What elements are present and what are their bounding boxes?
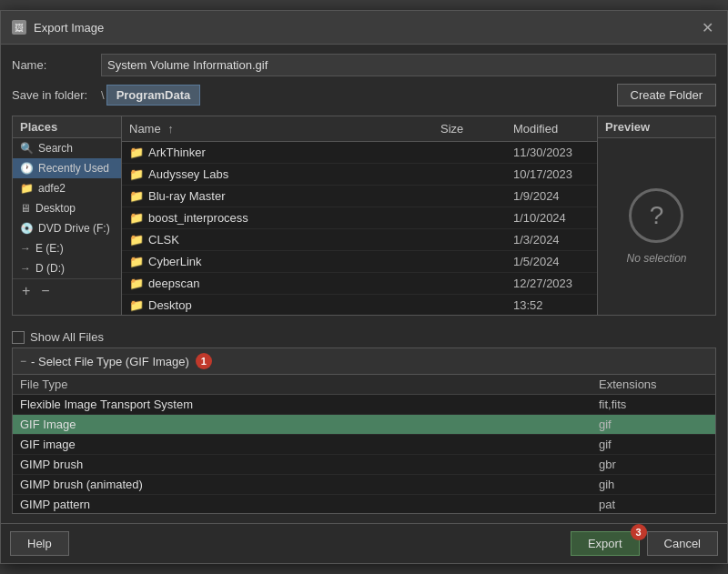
file-type-row[interactable]: GIMP brush gbr bbox=[13, 455, 715, 475]
files-panel: Name ↑ Size Modified 📁 ArkThinker 11/30/… bbox=[122, 116, 597, 315]
file-type-name: Flexible Image Transport System bbox=[20, 398, 599, 411]
title-bar-left: 🖼 Export Image bbox=[12, 20, 104, 35]
file-modified-cell: 1/9/2024 bbox=[506, 187, 597, 205]
close-button[interactable]: ✕ bbox=[698, 18, 716, 36]
file-type-row[interactable]: GIF Image gif bbox=[13, 415, 715, 435]
file-type-header[interactable]: − - Select File Type (GIF Image) 1 bbox=[13, 348, 715, 375]
file-type-row[interactable]: GIMP pattern pat bbox=[13, 495, 715, 513]
file-name-cell: 📁 Blu-ray Master bbox=[122, 187, 433, 205]
show-all-files-row: Show All Files bbox=[12, 325, 716, 347]
name-input[interactable] bbox=[101, 54, 716, 76]
file-modified-cell: 13:52 bbox=[506, 297, 597, 314]
file-size-cell bbox=[433, 151, 506, 155]
sidebar-item-search[interactable]: 🔍Search bbox=[13, 138, 121, 158]
file-type-name: GIMP pattern bbox=[20, 498, 599, 511]
place-label: Recently Used bbox=[38, 162, 109, 175]
file-name-cell: 📁 boost_interprocess bbox=[122, 209, 433, 227]
file-type-name: GIMP brush bbox=[20, 458, 599, 471]
table-row[interactable]: 📁 ArkThinker 11/30/2023 bbox=[122, 142, 597, 164]
export-image-dialog: 🖼 Export Image ✕ Name: Save in folder: \… bbox=[0, 10, 728, 564]
places-panel: Places 🔍Search🕐Recently Used📁adfe2🖥Deskt… bbox=[13, 116, 122, 315]
folder-icon: 📁 bbox=[129, 233, 144, 247]
folder-icon: 📁 bbox=[129, 255, 144, 268]
export-button[interactable]: Export bbox=[571, 531, 640, 556]
place-icon: 💿 bbox=[20, 222, 34, 235]
file-size-cell bbox=[433, 217, 506, 220]
name-column-header[interactable]: Name ↑ bbox=[122, 120, 433, 137]
sidebar-item-dvd-drive-f[interactable]: 💿DVD Drive (F:) bbox=[13, 218, 121, 238]
folder-icon: 📁 bbox=[129, 298, 144, 312]
places-list: 🔍Search🕐Recently Used📁adfe2🖥Desktop💿DVD … bbox=[13, 138, 121, 278]
place-label: E (E:) bbox=[35, 242, 64, 255]
table-row[interactable]: 📁 Audyssey Labs 10/17/2023 bbox=[122, 164, 597, 186]
file-name: CyberLink bbox=[148, 255, 202, 268]
files-header: Name ↑ Size Modified bbox=[122, 116, 597, 142]
folder-icon: 📁 bbox=[129, 146, 144, 159]
table-row[interactable]: 📁 boost_interprocess 1/10/2024 bbox=[122, 207, 597, 229]
file-type-row[interactable]: GIMP brush (animated) gih bbox=[13, 475, 715, 495]
current-folder[interactable]: ProgramData bbox=[106, 85, 201, 106]
file-type-columns: File Type Extensions bbox=[13, 375, 715, 395]
sidebar-item-adfe2[interactable]: 📁adfe2 bbox=[13, 178, 121, 198]
file-type-row[interactable]: GIF image gif bbox=[13, 435, 715, 455]
file-type-ext: gif bbox=[599, 418, 708, 431]
place-icon: → bbox=[20, 242, 31, 255]
show-all-files-checkbox[interactable] bbox=[12, 331, 25, 344]
file-size-cell bbox=[433, 282, 506, 286]
file-modified-cell: 1/5/2024 bbox=[506, 253, 597, 270]
path-separator: \ bbox=[101, 88, 105, 102]
show-all-files-label: Show All Files bbox=[30, 330, 104, 344]
file-size-cell bbox=[433, 173, 506, 176]
file-name-cell: 📁 CyberLink bbox=[122, 253, 433, 270]
export-badge: 3 bbox=[631, 524, 647, 540]
file-name: Blu-ray Master bbox=[148, 189, 226, 203]
save-in-label: Save in folder: bbox=[12, 88, 94, 102]
sidebar-item-desktop[interactable]: 🖥Desktop bbox=[13, 198, 121, 218]
dialog-body: Name: Save in folder: \ ProgramData Crea… bbox=[1, 45, 727, 523]
preview-content: ? No selection bbox=[626, 138, 686, 315]
place-label: Desktop bbox=[35, 202, 76, 215]
name-label: Name: bbox=[12, 58, 94, 72]
file-type-name: GIF Image bbox=[20, 418, 599, 431]
table-row[interactable]: 📁 CyberLink 1/5/2024 bbox=[122, 251, 597, 273]
file-modified-cell: 12/27/2023 bbox=[506, 275, 597, 292]
file-size-cell bbox=[433, 304, 506, 307]
sidebar-item-d-d[interactable]: →D (D:) bbox=[13, 258, 121, 278]
sidebar-item-recently-used[interactable]: 🕐Recently Used bbox=[13, 158, 121, 178]
place-icon: 🔍 bbox=[20, 142, 34, 155]
create-folder-button[interactable]: Create Folder bbox=[617, 84, 716, 106]
table-row[interactable]: 📁 deepscan 12/27/2023 bbox=[122, 273, 597, 295]
folder-icon: 📁 bbox=[129, 211, 144, 225]
table-row[interactable]: 📁 Blu-ray Master 1/9/2024 bbox=[122, 186, 597, 207]
sort-indicator: ↑ bbox=[167, 122, 174, 136]
file-name: Desktop bbox=[148, 298, 192, 312]
sidebar-item-e-e[interactable]: →E (E:) bbox=[13, 238, 121, 258]
file-name: ArkThinker bbox=[148, 146, 206, 159]
cancel-button[interactable]: Cancel bbox=[647, 531, 718, 556]
place-label: DVD Drive (F:) bbox=[38, 222, 110, 235]
remove-place-button[interactable]: − bbox=[37, 283, 53, 299]
file-name: boost_interprocess bbox=[148, 211, 248, 225]
file-type-ext: gbr bbox=[599, 458, 708, 471]
help-button[interactable]: Help bbox=[10, 531, 69, 556]
add-place-button[interactable]: + bbox=[18, 283, 34, 299]
file-type-ext: pat bbox=[599, 498, 708, 511]
file-modified-cell: 11/30/2023 bbox=[506, 144, 597, 161]
table-row[interactable]: 📁 Desktop 13:52 bbox=[122, 295, 597, 315]
folder-icon: 📁 bbox=[129, 167, 144, 181]
save-in-row: Save in folder: \ ProgramData Create Fol… bbox=[12, 84, 716, 106]
file-name-cell: 📁 Audyssey Labs bbox=[122, 166, 433, 183]
file-type-row[interactable]: Flexible Image Transport System fit,fits bbox=[13, 395, 715, 415]
place-label: D (D:) bbox=[35, 262, 65, 275]
file-type-list: Flexible Image Transport System fit,fits… bbox=[13, 395, 715, 513]
modified-column-header[interactable]: Modified bbox=[506, 120, 597, 137]
title-bar: 🖼 Export Image ✕ bbox=[1, 11, 727, 45]
size-column-header[interactable]: Size bbox=[433, 120, 506, 137]
place-icon: 🕐 bbox=[20, 162, 34, 175]
file-type-header-text: - Select File Type (GIF Image) bbox=[31, 355, 189, 368]
collapse-icon: − bbox=[20, 355, 26, 368]
place-label: Search bbox=[38, 142, 73, 155]
folder-icon: 📁 bbox=[129, 189, 144, 203]
table-row[interactable]: 📁 CLSK 1/3/2024 bbox=[122, 229, 597, 251]
dialog-icon: 🖼 bbox=[12, 20, 26, 35]
